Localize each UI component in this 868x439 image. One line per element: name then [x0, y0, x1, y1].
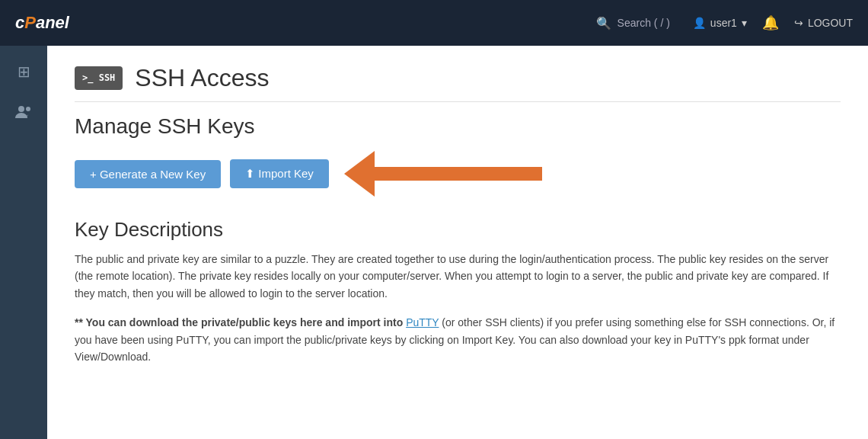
- arrow-body: [375, 167, 542, 181]
- sidebar: ⊞: [0, 46, 47, 439]
- key-note-text: ** You can download the private/public k…: [75, 314, 841, 365]
- logout-icon: ↪: [794, 17, 803, 29]
- manage-heading: Manage SSH Keys: [75, 114, 841, 139]
- sidebar-item-users[interactable]: [9, 99, 38, 129]
- user-icon: 👤: [693, 17, 706, 29]
- putty-link[interactable]: PuTTY: [406, 316, 439, 328]
- logout-label: LOGOUT: [808, 17, 853, 29]
- generate-new-key-button[interactable]: + Generate a New Key: [75, 160, 221, 188]
- key-descriptions-heading: Key Descriptions: [75, 218, 841, 242]
- chevron-down-icon: ▾: [742, 17, 747, 29]
- logout-button[interactable]: ↪ LOGOUT: [794, 17, 853, 29]
- page-title: SSH Access: [135, 64, 269, 92]
- ssh-icon: >_ SSH: [75, 66, 123, 91]
- top-navigation: cPanel 🔍 Search ( / ) 👤 user1 ▾ 🔔 ↪ LOGO…: [0, 0, 868, 46]
- svg-point-0: [18, 106, 24, 112]
- arrow-indicator: [344, 151, 542, 197]
- cpanel-logo: cPanel: [15, 13, 69, 33]
- main-content: >_ SSH SSH Access Manage SSH Keys + Gene…: [47, 46, 868, 439]
- buttons-row: + Generate a New Key ⬆ Import Key: [75, 151, 841, 197]
- search-icon: 🔍: [596, 16, 611, 30]
- notifications-button[interactable]: 🔔: [762, 14, 779, 31]
- import-key-button[interactable]: ⬆ Import Key: [230, 159, 329, 188]
- page-title-row: >_ SSH SSH Access: [75, 64, 841, 102]
- search-button[interactable]: 🔍 Search ( / ): [596, 16, 670, 30]
- svg-point-1: [26, 107, 30, 111]
- main-layout: ⊞ >_ SSH SSH Access Manage SSH Keys + Ge…: [0, 46, 868, 439]
- user-menu[interactable]: 👤 user1 ▾: [693, 17, 747, 29]
- user-label: user1: [710, 17, 737, 29]
- sidebar-item-grid[interactable]: ⊞: [11, 56, 37, 87]
- search-label: Search ( / ): [617, 17, 670, 29]
- note-bold-prefix: ** You can download the private/public k…: [75, 316, 406, 328]
- key-description-text: The public and private key are similar t…: [75, 251, 841, 302]
- arrow-head: [344, 151, 375, 197]
